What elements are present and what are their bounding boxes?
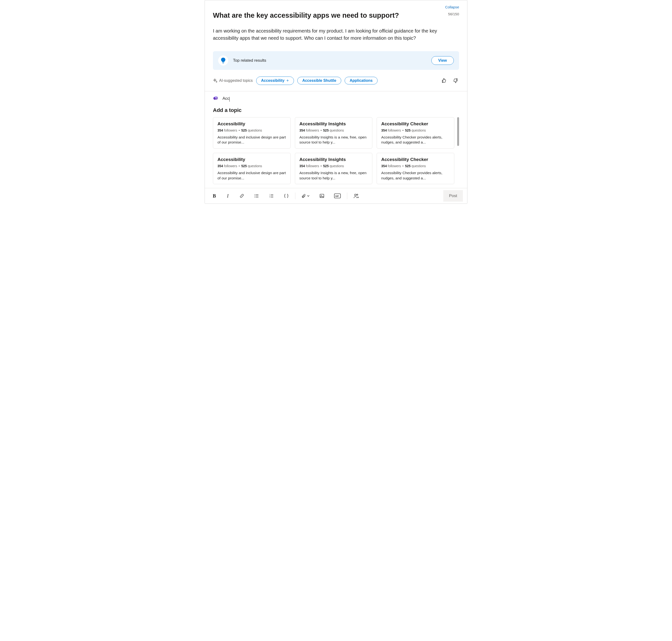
topic-card-meta: 354 followers•525 questions [218, 128, 286, 132]
link-icon [239, 193, 244, 199]
plus-icon: + [286, 78, 289, 83]
topic-card-description: Accessibility Insights is a new, free, o… [299, 135, 368, 145]
topic-card-description: Accessibility Checker provides alerts, n… [381, 170, 450, 180]
svg-point-22 [357, 194, 358, 195]
chevron-down-icon [307, 194, 310, 197]
numbered-list-button[interactable]: 1 2 3 [267, 193, 276, 199]
header-area: Collapse What are the key accessibility … [205, 0, 467, 91]
lightbulb-icon [218, 55, 228, 66]
char-counter: 56/150 [448, 12, 459, 16]
svg-point-4 [215, 96, 217, 98]
topic-card[interactable]: Accessibility 354 followers•525 question… [213, 153, 291, 184]
question-title[interactable]: What are the key accessibility apps we n… [213, 11, 399, 20]
svg-point-18 [321, 195, 322, 196]
thumbs-up-icon [442, 78, 447, 83]
svg-rect-17 [320, 194, 324, 198]
thumbs-down-button[interactable] [452, 77, 459, 84]
braces-icon [284, 193, 289, 199]
code-block-button[interactable] [282, 193, 290, 199]
collapse-link[interactable]: Collapse [445, 5, 459, 9]
topic-card[interactable]: Accessibility Insights 354 followers•525… [295, 153, 373, 184]
gif-button[interactable]: GIF [333, 193, 342, 199]
link-button[interactable] [238, 193, 246, 199]
toolbar-separator [347, 193, 347, 199]
add-topic-heading: Add a topic [213, 107, 459, 113]
related-results-banner: Top related results View [213, 51, 459, 70]
italic-button[interactable]: I [224, 193, 231, 199]
topic-card[interactable]: Accessibility Checker 354 followers•525 … [377, 153, 454, 184]
post-button[interactable]: Post [443, 190, 463, 202]
svg-point-10 [254, 197, 255, 197]
svg-point-9 [254, 196, 255, 196]
svg-rect-0 [222, 63, 224, 63]
svg-point-8 [254, 194, 255, 195]
topic-card-description: Accessibility Insights is a new, free, o… [299, 170, 368, 180]
topic-card-meta: 354 followers•525 questions [299, 164, 368, 168]
ai-topic-pill-accessibility[interactable]: Accessibility+ [256, 77, 294, 85]
svg-rect-1 [223, 63, 224, 63]
compose-toolbar: B I 1 [205, 188, 467, 204]
topic-search-input[interactable]: Acc [223, 96, 229, 101]
gif-icon: GIF [334, 193, 341, 198]
topic-cards-grid: Accessibility 354 followers•525 question… [213, 117, 457, 185]
related-results-label: Top related results [233, 58, 266, 63]
toolbar-separator [295, 193, 295, 199]
topic-card[interactable]: Accessibility Checker 354 followers•525 … [377, 117, 454, 149]
sparkle-icon [213, 78, 218, 83]
ai-suggested-label: AI-suggested topics [213, 78, 253, 83]
question-body[interactable]: I am working on the accessibility requir… [213, 27, 459, 42]
topic-card-description: Accessibility and inclusive design are p… [218, 170, 286, 180]
bold-button[interactable]: B [211, 193, 218, 199]
svg-text:3: 3 [269, 196, 270, 198]
thumbs-up-button[interactable] [440, 77, 448, 84]
compose-dialog: Collapse What are the key accessibility … [205, 0, 467, 204]
topic-card-title: Accessibility Insights [299, 121, 368, 126]
ai-topic-pill-applications[interactable]: Applications [345, 77, 378, 84]
topic-card-title: Accessibility Insights [299, 157, 368, 162]
bullet-list-button[interactable] [253, 193, 261, 199]
ai-topic-pill-accessible-shuttle[interactable]: Accessible Shuttle [297, 77, 341, 84]
copilot-icon [213, 96, 219, 101]
svg-text:GIF: GIF [335, 195, 339, 197]
topic-card-meta: 354 followers•525 questions [299, 128, 368, 132]
topic-card-meta: 354 followers•525 questions [381, 164, 450, 168]
topic-card-meta: 354 followers•525 questions [218, 164, 286, 168]
image-button[interactable] [318, 193, 326, 199]
ai-suggestions-row: AI-suggested topics Accessibility+ Acces… [213, 77, 459, 91]
people-add-icon [353, 193, 359, 199]
topic-card[interactable]: Accessibility Insights 354 followers•525… [295, 117, 373, 149]
numbered-list-icon: 1 2 3 [269, 193, 274, 199]
scrollbar-thumb[interactable] [457, 117, 459, 146]
topic-card-title: Accessibility [218, 157, 286, 162]
mention-people-button[interactable] [352, 193, 361, 199]
attach-button[interactable] [300, 193, 311, 199]
image-icon [319, 193, 324, 199]
bullet-list-icon [254, 193, 259, 199]
topic-card-title: Accessibility Checker [381, 121, 450, 126]
thumbs-down-icon [453, 78, 458, 83]
topic-section: Acc Add a topic Accessibility 354 follow… [205, 91, 467, 186]
cards-scrollbar[interactable] [457, 117, 459, 185]
svg-point-21 [355, 194, 356, 196]
topic-card-description: Accessibility Checker provides alerts, n… [381, 135, 450, 145]
topic-card-meta: 354 followers•525 questions [381, 128, 450, 132]
topic-card[interactable]: Accessibility 354 followers•525 question… [213, 117, 291, 149]
topic-card-description: Accessibility and inclusive design are p… [218, 135, 286, 145]
topic-card-title: Accessibility [218, 121, 286, 126]
paperclip-icon [302, 193, 306, 199]
topic-card-title: Accessibility Checker [381, 157, 450, 162]
view-related-button[interactable]: View [431, 56, 454, 65]
